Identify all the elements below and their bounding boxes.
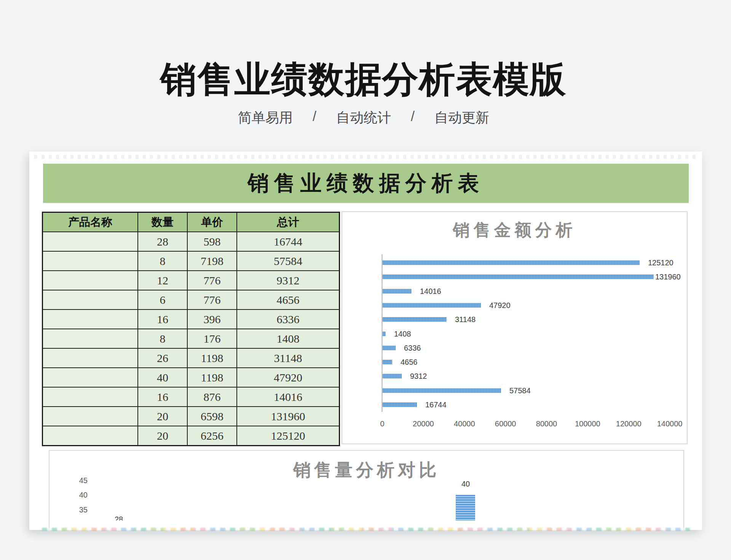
chart2-bar-value-label: 28 bbox=[104, 515, 134, 520]
chart1-bar-value-label: 57584 bbox=[509, 386, 531, 395]
chart1-bar bbox=[383, 374, 402, 378]
worksheet-card: 销售业绩数据分析表 产品名称 数量 单价 总计 28 598 16744 8 7… bbox=[29, 152, 702, 530]
cell-qty[interactable]: 28 bbox=[138, 232, 187, 251]
chart1-bar bbox=[383, 402, 417, 407]
page: 销售业绩数据分析表模版 简单易用 / 自动统计 / 自动更新 销售业绩数据分析表… bbox=[0, 0, 731, 560]
chart2-bar-value-label: 40 bbox=[450, 480, 481, 488]
cell-total[interactable]: 47920 bbox=[237, 368, 340, 387]
cell-product-name[interactable] bbox=[43, 348, 138, 368]
cell-total[interactable]: 131960 bbox=[237, 407, 340, 426]
col-header-total: 总计 bbox=[237, 212, 340, 232]
chart1-bar bbox=[383, 346, 396, 350]
cell-product-name[interactable] bbox=[43, 232, 138, 251]
chart1-bar-value-label: 131960 bbox=[655, 272, 681, 281]
cell-qty[interactable]: 16 bbox=[138, 387, 187, 407]
subtitle-separator: / bbox=[313, 108, 316, 127]
table-row: 40 1198 47920 bbox=[43, 368, 340, 387]
cell-qty[interactable]: 20 bbox=[138, 407, 187, 426]
table-row: 28 598 16744 bbox=[43, 232, 340, 251]
cell-qty[interactable]: 16 bbox=[138, 310, 187, 329]
chart1-bar bbox=[383, 388, 501, 393]
cell-qty[interactable]: 8 bbox=[138, 251, 187, 271]
cell-product-name[interactable] bbox=[43, 407, 138, 426]
sheet-banner: 销售业绩数据分析表 bbox=[43, 164, 689, 203]
sales-amount-chart-panel: 销售金额分析 125120131960140164792031148140863… bbox=[342, 211, 688, 444]
chart1-bar-value-label: 9312 bbox=[410, 372, 427, 381]
cell-product-name[interactable] bbox=[43, 251, 138, 271]
cell-price[interactable]: 1198 bbox=[187, 368, 237, 387]
cell-price[interactable]: 1198 bbox=[187, 348, 237, 368]
table-row: 8 176 1408 bbox=[43, 329, 340, 348]
chart1-bar-value-label: 31148 bbox=[455, 315, 476, 324]
cell-price[interactable]: 176 bbox=[187, 329, 237, 348]
cell-price[interactable]: 6256 bbox=[187, 426, 237, 446]
cell-qty[interactable]: 12 bbox=[138, 271, 187, 290]
cell-total[interactable]: 1408 bbox=[237, 329, 340, 348]
cell-total[interactable]: 6336 bbox=[237, 310, 340, 329]
chart1-bar bbox=[383, 289, 412, 294]
cell-qty[interactable]: 26 bbox=[138, 348, 187, 368]
cell-product-name[interactable] bbox=[43, 368, 138, 387]
cell-total[interactable]: 125120 bbox=[237, 426, 340, 446]
chart1-bar-value-label: 47920 bbox=[489, 301, 511, 310]
cell-total[interactable]: 14016 bbox=[237, 387, 340, 407]
chart2-bar bbox=[456, 495, 475, 520]
chart1-x-tick-label: 60000 bbox=[495, 420, 516, 428]
dotted-texture-row bbox=[34, 155, 697, 159]
chart1-bar-value-label: 14016 bbox=[420, 287, 441, 296]
cell-qty[interactable]: 20 bbox=[138, 426, 187, 446]
cell-product-name[interactable] bbox=[43, 290, 138, 310]
sheet-banner-title: 销售业绩数据分析表 bbox=[248, 169, 484, 198]
cell-price[interactable]: 876 bbox=[187, 387, 237, 407]
cell-total[interactable]: 4656 bbox=[237, 290, 340, 310]
table-row: 16 396 6336 bbox=[43, 310, 340, 329]
cell-price[interactable]: 776 bbox=[187, 290, 237, 310]
cell-price[interactable]: 776 bbox=[187, 271, 237, 290]
chart2-y-tick-label: 35 bbox=[57, 506, 88, 514]
cell-product-name[interactable] bbox=[43, 426, 138, 446]
cell-total[interactable]: 16744 bbox=[237, 232, 340, 251]
table-header-row: 产品名称 数量 单价 总计 bbox=[43, 212, 340, 232]
cell-price[interactable]: 7198 bbox=[187, 251, 237, 271]
chart1-bar bbox=[383, 332, 386, 336]
chart1-bar-value-label: 4656 bbox=[401, 357, 418, 367]
chart1-x-tick-label: 100000 bbox=[575, 420, 600, 428]
cell-qty[interactable]: 8 bbox=[138, 329, 187, 348]
cell-qty[interactable]: 6 bbox=[138, 290, 187, 310]
table-row: 20 6256 125120 bbox=[43, 426, 340, 446]
chart2-y-tick-label: 45 bbox=[57, 476, 88, 485]
chart1-x-tick-label: 80000 bbox=[536, 420, 557, 428]
table-row: 8 7198 57584 bbox=[43, 251, 340, 271]
chart2-clipped-area: 销售量分析对比 4540352881261682640162020 bbox=[49, 451, 683, 520]
sales-table: 产品名称 数量 单价 总计 28 598 16744 8 7198 57584 … bbox=[42, 212, 340, 446]
chart2-y-tick-label: 40 bbox=[57, 491, 88, 499]
col-header-product: 产品名称 bbox=[43, 212, 138, 232]
chart1-bar-value-label: 6336 bbox=[404, 343, 421, 353]
chart1-x-tick-label: 20000 bbox=[413, 420, 434, 428]
cell-price[interactable]: 396 bbox=[187, 310, 237, 329]
chart1-x-tick-label: 140000 bbox=[657, 420, 683, 428]
table-row: 12 776 9312 bbox=[43, 271, 340, 290]
chart1-bar bbox=[383, 260, 640, 265]
cell-price[interactable]: 598 bbox=[187, 232, 237, 251]
page-subtitle: 简单易用 / 自动统计 / 自动更新 bbox=[0, 108, 727, 127]
cell-price[interactable]: 6598 bbox=[187, 407, 237, 426]
cell-product-name[interactable] bbox=[43, 387, 138, 407]
chart1-bar bbox=[383, 317, 447, 322]
cell-total[interactable]: 9312 bbox=[237, 271, 340, 290]
table-row: 6 776 4656 bbox=[43, 290, 340, 310]
cell-product-name[interactable] bbox=[43, 310, 138, 329]
cell-total[interactable]: 31148 bbox=[237, 348, 340, 368]
cell-product-name[interactable] bbox=[43, 329, 138, 348]
subtitle-item-3: 自动更新 bbox=[434, 108, 489, 127]
table-row: 20 6598 131960 bbox=[43, 407, 340, 426]
col-header-price: 单价 bbox=[187, 212, 237, 232]
chart1-x-tick-label: 40000 bbox=[454, 420, 475, 428]
cell-total[interactable]: 57584 bbox=[237, 251, 340, 271]
cell-product-name[interactable] bbox=[43, 271, 138, 290]
cell-qty[interactable]: 40 bbox=[138, 368, 187, 387]
chart2-title: 销售量分析对比 bbox=[49, 458, 683, 482]
table-row: 16 876 14016 bbox=[43, 387, 340, 407]
col-header-qty: 数量 bbox=[138, 212, 187, 232]
chart1-x-tick-label: 120000 bbox=[616, 420, 642, 428]
